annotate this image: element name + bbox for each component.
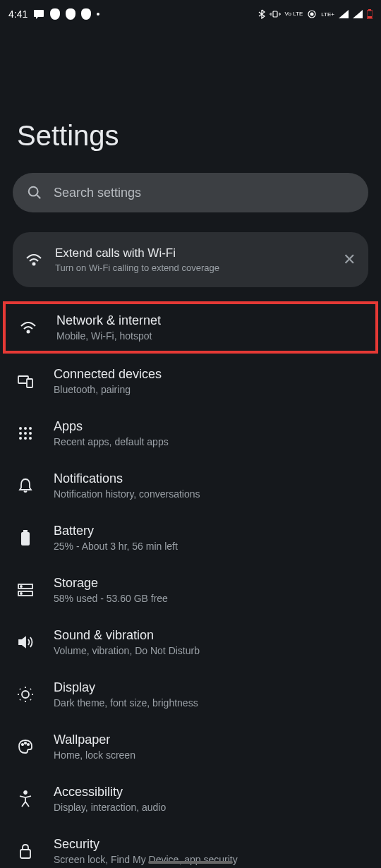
wifi-icon	[25, 251, 42, 268]
svg-point-26	[20, 593, 22, 594]
setting-subtitle: Display, interaction, audio	[54, 802, 364, 813]
setting-storage[interactable]: Storage 58% used - 53.60 GB free	[0, 564, 381, 616]
svg-point-8	[33, 263, 35, 265]
svg-point-15	[19, 432, 22, 435]
search-input[interactable]: Search settings	[13, 173, 368, 212]
svg-point-14	[29, 427, 32, 430]
svg-point-30	[28, 744, 29, 745]
setting-subtitle: Dark theme, font size, brightness	[54, 697, 364, 709]
setting-subtitle: Recent apps, default apps	[54, 436, 364, 447]
status-bar: 4:41 Vo LTE LTE+	[0, 0, 381, 28]
setting-title: Security	[54, 837, 364, 852]
storage-icon	[17, 581, 34, 598]
signal-icon-2	[353, 10, 363, 18]
setting-title: Connected devices	[54, 367, 364, 382]
battery-icon	[17, 529, 34, 546]
lock-icon	[17, 843, 34, 860]
setting-subtitle: Volume, vibration, Do Not Disturb	[54, 645, 364, 656]
lte-indicator: LTE+	[321, 11, 334, 18]
status-left: 4:41	[8, 8, 99, 20]
setting-connected-devices[interactable]: Connected devices Bluetooth, pairing	[0, 355, 381, 407]
setting-title: Wallpaper	[54, 733, 364, 747]
svg-point-2	[310, 13, 313, 16]
svg-rect-0	[34, 10, 44, 17]
promo-title: Extend calls with Wi-Fi	[55, 246, 330, 260]
setting-title: Accessibility	[54, 785, 364, 800]
svg-rect-6	[368, 16, 372, 18]
svg-point-17	[29, 432, 32, 435]
setting-subtitle: Mobile, Wi-Fi, hotspot	[56, 330, 361, 342]
svg-rect-22	[21, 532, 30, 545]
svg-point-18	[19, 437, 22, 440]
bell-icon	[17, 477, 34, 494]
close-icon[interactable]: ✕	[343, 251, 356, 269]
setting-title: Display	[54, 680, 364, 695]
setting-notifications[interactable]: Notifications Notification history, conv…	[0, 459, 381, 512]
setting-title: Network & internet	[56, 313, 361, 328]
battery-icon	[367, 9, 373, 19]
setting-title: Sound & vibration	[54, 628, 364, 643]
svg-point-29	[25, 742, 26, 744]
setting-subtitle: Notification history, conversations	[54, 488, 364, 500]
nav-indicator[interactable]	[148, 861, 233, 864]
settings-list: Network & internet Mobile, Wi-Fi, hotspo…	[0, 301, 381, 868]
apps-icon	[17, 425, 34, 442]
status-right: Vo LTE LTE+	[258, 9, 373, 19]
wifi-icon	[20, 319, 37, 336]
promo-text: Extend calls with Wi-Fi Turn on Wi-Fi ca…	[55, 246, 330, 273]
setting-sound-vibration[interactable]: Sound & vibration Volume, vibration, Do …	[0, 616, 381, 668]
setting-battery[interactable]: Battery 25% - About 3 hr, 56 min left	[0, 512, 381, 564]
volume-icon	[17, 634, 34, 651]
svg-point-13	[24, 427, 27, 430]
snapchat-icon-1	[50, 8, 60, 20]
setting-subtitle: 58% used - 53.60 GB free	[54, 593, 364, 604]
setting-network-internet[interactable]: Network & internet Mobile, Wi-Fi, hotspo…	[3, 301, 378, 354]
setting-title: Notifications	[54, 471, 364, 486]
more-notifications-dot	[97, 13, 99, 16]
svg-point-19	[24, 437, 27, 440]
brightness-icon	[17, 686, 34, 703]
devices-icon	[17, 373, 34, 390]
vibrate-icon	[270, 10, 281, 18]
setting-subtitle: Bluetooth, pairing	[54, 384, 364, 395]
message-icon	[33, 9, 44, 19]
setting-display[interactable]: Display Dark theme, font size, brightnes…	[0, 668, 381, 721]
setting-wallpaper[interactable]: Wallpaper Home, lock screen	[0, 721, 381, 773]
setting-apps[interactable]: Apps Recent apps, default apps	[0, 407, 381, 459]
svg-point-27	[22, 691, 29, 698]
svg-rect-1	[273, 11, 277, 17]
setting-title: Storage	[54, 576, 364, 591]
hotspot-icon	[307, 9, 317, 19]
svg-point-7	[29, 187, 38, 196]
page-title: Settings	[0, 28, 381, 173]
svg-rect-32	[20, 850, 30, 858]
palette-icon	[17, 738, 34, 755]
search-placeholder: Search settings	[54, 186, 141, 200]
setting-title: Apps	[54, 419, 364, 434]
setting-accessibility[interactable]: Accessibility Display, interaction, audi…	[0, 773, 381, 825]
snapchat-icon-3	[81, 8, 91, 20]
svg-rect-11	[27, 379, 32, 387]
svg-point-25	[20, 586, 22, 587]
svg-point-16	[24, 432, 27, 435]
wifi-calling-promo[interactable]: Extend calls with Wi-Fi Turn on Wi-Fi ca…	[13, 232, 368, 287]
promo-subtitle: Turn on Wi-Fi calling to extend coverage	[55, 263, 330, 273]
clock: 4:41	[8, 8, 28, 20]
svg-rect-21	[23, 530, 28, 532]
accessibility-icon	[17, 790, 34, 807]
svg-point-28	[22, 744, 23, 745]
snapchat-icon-2	[66, 8, 75, 20]
volte-indicator: Vo LTE	[285, 11, 303, 17]
setting-subtitle: 25% - About 3 hr, 56 min left	[54, 541, 364, 552]
bluetooth-icon	[258, 9, 265, 19]
search-icon	[27, 185, 42, 200]
svg-point-12	[19, 427, 22, 430]
setting-title: Battery	[54, 524, 364, 538]
setting-subtitle: Home, lock screen	[54, 749, 364, 761]
svg-point-9	[28, 331, 30, 333]
svg-point-20	[29, 437, 32, 440]
signal-icon-1	[339, 10, 349, 18]
svg-point-31	[24, 791, 27, 794]
